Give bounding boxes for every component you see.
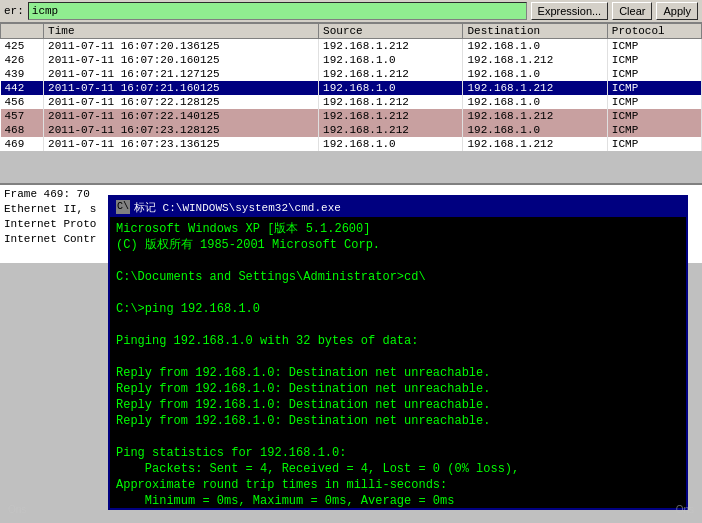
cmd-output-line: C:\>ping 192.168.1.0 — [116, 301, 680, 317]
cmd-output-line: Approximate round trip times in milli-se… — [116, 477, 680, 493]
col-header-dest: Destination — [463, 24, 607, 39]
table-row[interactable]: 442 2011-07-11 16:07:21.160125 192.168.1… — [1, 81, 702, 95]
cmd-output-line — [116, 317, 680, 333]
table-row[interactable]: 456 2011-07-11 16:07:22.128125 192.168.1… — [1, 95, 702, 109]
cell-source: 192.168.1.212 — [319, 123, 463, 137]
cell-time: 2011-07-11 16:07:21.160125 — [44, 81, 319, 95]
cmd-output-line: Reply from 192.168.1.0: Destination net … — [116, 413, 680, 429]
cell-time: 2011-07-11 16:07:20.160125 — [44, 53, 319, 67]
cmd-output-line: Pinging 192.168.1.0 with 32 bytes of dat… — [116, 333, 680, 349]
cell-source: 192.168.1.212 — [319, 67, 463, 81]
packet-table: Time Source Destination Protocol 425 201… — [0, 23, 702, 151]
cmd-window: C\ 标记 C:\WINDOWS\system32\cmd.exe Micros… — [108, 195, 688, 510]
cell-protocol: ICMP — [607, 137, 701, 151]
cell-protocol: ICMP — [607, 109, 701, 123]
cell-no: 456 — [1, 95, 44, 109]
cmd-output-line: (C) 版权所有 1985-2001 Microsoft Corp. — [116, 237, 680, 253]
cell-time: 2011-07-11 16:07:20.136125 — [44, 39, 319, 54]
cell-protocol: ICMP — [607, 53, 701, 67]
filter-label: er: — [4, 5, 24, 17]
watermark-right: Ons — [676, 504, 694, 515]
cell-destination: 192.168.1.212 — [463, 137, 607, 151]
cell-time: 2011-07-11 16:07:23.128125 — [44, 123, 319, 137]
col-header-no — [1, 24, 44, 39]
cmd-output-line: Reply from 192.168.1.0: Destination net … — [116, 381, 680, 397]
cell-time: 2011-07-11 16:07:22.128125 — [44, 95, 319, 109]
cell-source: 192.168.1.0 — [319, 81, 463, 95]
packet-list: Time Source Destination Protocol 425 201… — [0, 23, 702, 183]
cell-time: 2011-07-11 16:07:21.127125 — [44, 67, 319, 81]
filter-input[interactable] — [28, 2, 527, 20]
cell-protocol: ICMP — [607, 39, 701, 54]
cmd-titlebar: C\ 标记 C:\WINDOWS\system32\cmd.exe — [110, 197, 686, 217]
cell-protocol: ICMP — [607, 81, 701, 95]
cell-protocol: ICMP — [607, 95, 701, 109]
cell-source: 192.168.1.212 — [319, 109, 463, 123]
cmd-output-line: Packets: Sent = 4, Received = 4, Lost = … — [116, 461, 680, 477]
cell-time: 2011-07-11 16:07:23.136125 — [44, 137, 319, 151]
table-row[interactable]: 426 2011-07-11 16:07:20.160125 192.168.1… — [1, 53, 702, 67]
cmd-output-line: C:\Documents and Settings\Administrator>… — [116, 269, 680, 285]
cell-destination: 192.168.1.0 — [463, 95, 607, 109]
cmd-output-line — [116, 349, 680, 365]
cell-source: 192.168.1.0 — [319, 53, 463, 67]
cell-source: 192.168.1.212 — [319, 95, 463, 109]
cmd-output-line: Microsoft Windows XP [版本 5.1.2600] — [116, 221, 680, 237]
col-header-source: Source — [319, 24, 463, 39]
table-row[interactable]: 457 2011-07-11 16:07:22.140125 192.168.1… — [1, 109, 702, 123]
cmd-output-line: Reply from 192.168.1.0: Destination net … — [116, 365, 680, 381]
cell-source: 192.168.1.212 — [319, 39, 463, 54]
cmd-body[interactable]: Microsoft Windows XP [版本 5.1.2600](C) 版权… — [110, 217, 686, 508]
cell-no: 468 — [1, 123, 44, 137]
cmd-output-line — [116, 285, 680, 301]
cmd-output-line: Reply from 192.168.1.0: Destination net … — [116, 397, 680, 413]
cell-source: 192.168.1.0 — [319, 137, 463, 151]
cell-no: 457 — [1, 109, 44, 123]
cell-no: 442 — [1, 81, 44, 95]
cell-no: 426 — [1, 53, 44, 67]
cell-time: 2011-07-11 16:07:22.140125 — [44, 109, 319, 123]
expression-button[interactable]: Expression... — [531, 2, 609, 20]
cell-destination: 192.168.1.0 — [463, 39, 607, 54]
cell-destination: 192.168.1.0 — [463, 67, 607, 81]
clear-button[interactable]: Clear — [612, 2, 652, 20]
watermark-left: Ons — [8, 504, 26, 515]
apply-button[interactable]: Apply — [656, 2, 698, 20]
cell-no: 439 — [1, 67, 44, 81]
cmd-title: 标记 C:\WINDOWS\system32\cmd.exe — [134, 200, 341, 215]
cell-no: 469 — [1, 137, 44, 151]
col-header-protocol: Protocol — [607, 24, 701, 39]
cell-no: 425 — [1, 39, 44, 54]
cell-protocol: ICMP — [607, 67, 701, 81]
cmd-output-line: Minimum = 0ms, Maximum = 0ms, Average = … — [116, 493, 680, 508]
cmd-output-line — [116, 253, 680, 269]
table-row[interactable]: 468 2011-07-11 16:07:23.128125 192.168.1… — [1, 123, 702, 137]
cmd-output-line: Ping statistics for 192.168.1.0: — [116, 445, 680, 461]
cell-destination: 192.168.1.212 — [463, 81, 607, 95]
cmd-output-line — [116, 429, 680, 445]
table-row[interactable]: 439 2011-07-11 16:07:21.127125 192.168.1… — [1, 67, 702, 81]
cell-destination: 192.168.1.212 — [463, 109, 607, 123]
filter-bar: er: Expression... Clear Apply — [0, 0, 702, 23]
cell-destination: 192.168.1.212 — [463, 53, 607, 67]
table-row[interactable]: 425 2011-07-11 16:07:20.136125 192.168.1… — [1, 39, 702, 54]
table-row[interactable]: 469 2011-07-11 16:07:23.136125 192.168.1… — [1, 137, 702, 151]
col-header-time: Time — [44, 24, 319, 39]
cell-destination: 192.168.1.0 — [463, 123, 607, 137]
cmd-icon: C\ — [116, 200, 130, 214]
cell-protocol: ICMP — [607, 123, 701, 137]
